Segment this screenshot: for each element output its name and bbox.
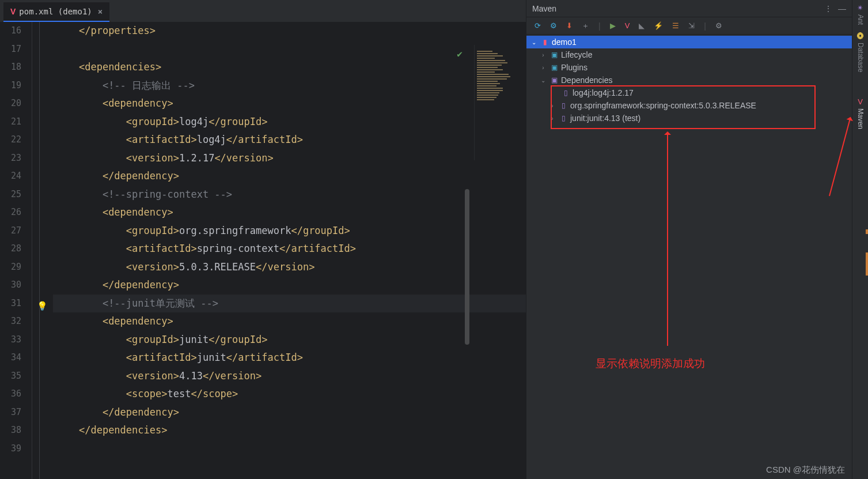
tree-node-dep[interactable]: › ▯ org.springframework:spring-context:5…: [526, 99, 852, 112]
code-line[interactable]: </dependency>: [53, 167, 526, 186]
chevron-right-icon: ›: [539, 65, 547, 71]
code-line[interactable]: <groupId>org.springframework</groupId>: [53, 222, 526, 240]
add-icon[interactable]: ＋: [582, 21, 589, 31]
chevron-right-icon: ›: [539, 52, 547, 58]
maven-tool-panel: Maven ⋮ — ⟳ ⚙ ⬇ ＋ | ▶ V ◣ ⚡ ☰ ⇲ | ⚙ ⌄ ▮ …: [526, 0, 852, 479]
library-icon: ▯: [561, 88, 570, 97]
folder-icon: ▣: [549, 50, 559, 59]
tree-node-plugins[interactable]: › ▣ Plugins: [526, 61, 852, 74]
rail-tab-ant[interactable]: ✴ Ant: [856, 3, 865, 25]
ant-icon: ✴: [857, 3, 863, 12]
code-line[interactable]: </properties>: [53, 22, 526, 40]
tree-label: Plugins: [561, 63, 587, 72]
minimize-icon[interactable]: —: [838, 4, 846, 13]
code-line[interactable]: <!--junit单元测试 -->: [53, 295, 526, 313]
code-line[interactable]: <artifactId>junit</artifactId>: [53, 349, 526, 367]
panel-header: Maven ⋮ —: [526, 0, 852, 17]
tree-label: demo1: [552, 37, 577, 47]
code-line[interactable]: <!--spring-context -->: [53, 186, 526, 204]
dependencies-icon: ▣: [549, 76, 559, 85]
right-tool-rail: ✴ Ant 🞉 Database V Maven: [852, 0, 868, 479]
show-dependencies-icon[interactable]: ☰: [672, 21, 679, 30]
tree-label: junit:junit:4.13 (test): [570, 114, 640, 123]
maven-project-icon: ▮: [540, 37, 549, 47]
watermark: CSDN @花伤情犹在: [766, 465, 845, 476]
tree-node-lifecycle[interactable]: › ▣ Lifecycle: [526, 48, 852, 61]
chevron-down-icon: ⌄: [539, 77, 547, 84]
tree-label: log4j:log4j:1.2.17: [573, 88, 634, 97]
rail-tab-maven[interactable]: V Maven: [856, 97, 865, 129]
folder-icon: ▣: [549, 63, 559, 72]
inspection-ok-icon[interactable]: ✔: [457, 48, 463, 59]
tree-label: Dependencies: [561, 76, 613, 85]
maven-icon: V: [858, 97, 863, 106]
line-number-gutter: 1617181920212223242526272829303132333435…: [0, 22, 32, 479]
annotation-text: 显示依赖说明添加成功: [596, 356, 705, 371]
skip-tests-icon[interactable]: ⚡: [654, 21, 663, 30]
annotation-arrow: [667, 133, 668, 346]
code-line[interactable]: </dependency>: [53, 403, 526, 422]
tab-label: pom.xml (demo1): [19, 7, 92, 16]
rail-tab-database[interactable]: 🞉 Database: [856, 32, 865, 72]
code-line[interactable]: [53, 40, 526, 59]
chevron-right-icon: ›: [548, 103, 556, 109]
tree-node-dependencies[interactable]: ⌄ ▣ Dependencies: [526, 74, 852, 86]
vertical-scrollbar[interactable]: [465, 189, 469, 345]
code-line[interactable]: </dependencies>: [53, 421, 526, 440]
download-icon[interactable]: ⬇: [566, 21, 573, 30]
maven-tree[interactable]: ⌄ ▮ demo1 › ▣ Lifecycle › ▣ Plugins ⌄ ▣ …: [526, 35, 852, 126]
rail-label: Database: [856, 43, 865, 72]
panel-title: Maven: [532, 4, 556, 13]
code-line[interactable]: </dependency>: [53, 276, 526, 295]
execute-goal-icon[interactable]: V: [625, 21, 630, 30]
reload-icon[interactable]: ⟳: [535, 21, 541, 30]
tree-label: org.springframework:spring-context:5.0.3…: [570, 101, 756, 110]
library-icon: ▯: [559, 114, 568, 123]
code-line[interactable]: <!-- 日志输出 -->: [53, 77, 526, 95]
tree-node-dep[interactable]: ▯ log4j:log4j:1.2.17: [526, 86, 852, 99]
tab-bar: V pom.xml (demo1) ×: [0, 0, 526, 22]
code-line[interactable]: <dependency>: [53, 312, 526, 331]
run-icon[interactable]: ▶: [610, 21, 616, 30]
database-icon: 🞉: [856, 32, 864, 40]
code-line[interactable]: <artifactId>log4j</artifactId>: [53, 131, 526, 149]
more-icon[interactable]: ⋮: [824, 4, 832, 13]
intention-bulb-icon[interactable]: 💡: [37, 301, 48, 311]
code-line[interactable]: <dependency>: [53, 95, 526, 113]
code-line[interactable]: <dependency>: [53, 203, 526, 222]
generate-sources-icon[interactable]: ⚙: [550, 21, 557, 30]
code-area[interactable]: 1617181920212223242526272829303132333435…: [0, 22, 526, 479]
tree-root-demo1[interactable]: ⌄ ▮ demo1: [526, 36, 852, 48]
code-line[interactable]: <version>4.13</version>: [53, 367, 526, 386]
code-line[interactable]: <groupId>junit</groupId>: [53, 331, 526, 349]
code-line[interactable]: <artifactId>spring-context</artifactId>: [53, 240, 526, 258]
code-content[interactable]: </properties> <dependencies> <!-- 日志输出 -…: [53, 22, 526, 479]
rail-label: Ant: [856, 14, 865, 25]
minimap[interactable]: [474, 45, 526, 160]
tab-pom-xml[interactable]: V pom.xml (demo1) ×: [3, 2, 109, 22]
annotation-arrow: [829, 118, 851, 197]
maven-file-icon: V: [10, 7, 16, 16]
rail-marker: [866, 229, 868, 234]
code-line[interactable]: <version>5.0.3.RELEASE</version>: [53, 258, 526, 277]
fold-column: [32, 22, 53, 479]
code-line[interactable]: <version>1.2.17</version>: [53, 149, 526, 168]
close-icon[interactable]: ×: [98, 7, 103, 16]
library-icon: ▯: [559, 101, 568, 110]
editor-panel: V pom.xml (demo1) × 16171819202122232425…: [0, 0, 526, 479]
chevron-right-icon: ›: [548, 115, 556, 122]
code-line[interactable]: <scope>test</scope>: [53, 385, 526, 403]
tree-label: Lifecycle: [561, 50, 592, 59]
code-line[interactable]: <dependencies>: [53, 58, 526, 77]
toggle-offline-icon[interactable]: ◣: [639, 21, 645, 30]
settings-icon[interactable]: ⚙: [715, 21, 722, 30]
code-line[interactable]: [53, 440, 526, 458]
rail-marker: [866, 252, 868, 276]
collapse-icon[interactable]: ⇲: [688, 21, 695, 30]
rail-label: Maven: [856, 108, 865, 129]
tree-node-dep[interactable]: › ▯ junit:junit:4.13 (test): [526, 112, 852, 125]
chevron-down-icon: ⌄: [530, 39, 538, 46]
code-line[interactable]: <groupId>log4j</groupId>: [53, 113, 526, 131]
maven-toolbar: ⟳ ⚙ ⬇ ＋ | ▶ V ◣ ⚡ ☰ ⇲ | ⚙: [526, 17, 852, 35]
